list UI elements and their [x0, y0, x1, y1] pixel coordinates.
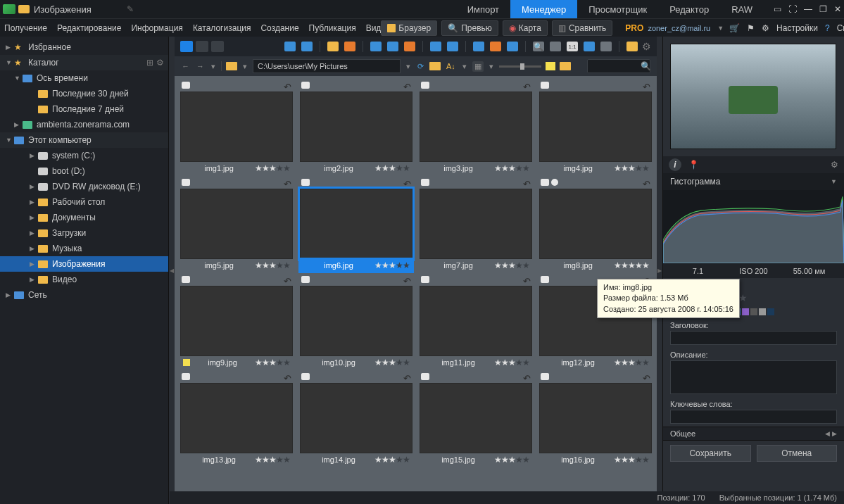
tree-downloads[interactable]: ▶Загрузки: [0, 225, 168, 241]
section-general[interactable]: Общее◀ ▶: [663, 427, 844, 441]
thumbnail-rating[interactable]: ★★★★★: [255, 260, 290, 270]
zoom-in-icon[interactable]: 🔍: [533, 42, 544, 51]
tab-raw[interactable]: RAW: [720, 0, 764, 18]
thumbnail-rating[interactable]: ★★★★★: [374, 163, 410, 173]
add-icon[interactable]: ⊞: [146, 58, 153, 68]
save-button[interactable]: Сохранить: [670, 445, 751, 462]
nav-history-icon[interactable]: ▾: [210, 62, 217, 71]
thumbnail-rating[interactable]: ★★★★★: [374, 260, 410, 270]
zoom-fit-icon[interactable]: [584, 42, 595, 51]
help-link[interactable]: Справка: [837, 23, 844, 33]
tool-copy-icon[interactable]: [301, 42, 313, 51]
settings-link[interactable]: Настройки: [776, 23, 818, 33]
color-swatch[interactable]: [759, 308, 766, 315]
toolbar-gear-icon[interactable]: ⚙: [642, 41, 651, 52]
thumbnail-rating[interactable]: ★★★★★: [255, 163, 290, 173]
menu-edit[interactable]: Редактирование: [57, 23, 121, 33]
mode-compare[interactable]: ▥Сравнить: [552, 20, 612, 36]
menu-info[interactable]: Информация: [131, 23, 182, 33]
thumbnail[interactable]: ↶img9.jpg★★★★★: [180, 276, 293, 369]
histogram-dropdown-icon[interactable]: ▼: [831, 178, 837, 185]
pencil-icon[interactable]: ✎: [127, 4, 134, 14]
thumbnail-rating[interactable]: ★★★★★: [255, 455, 290, 465]
thumbnail-rating[interactable]: ★★★★★: [614, 358, 649, 367]
thumbnail-image[interactable]: [539, 383, 652, 453]
path-dropdown-icon[interactable]: ▾: [405, 62, 412, 71]
sort-icon[interactable]: A↓: [445, 62, 457, 70]
search-icon[interactable]: 🔍: [641, 61, 651, 71]
thumbnail-rating[interactable]: ★★★★★: [614, 163, 649, 173]
close-button[interactable]: ✕: [834, 4, 841, 14]
sort-dropdown-icon[interactable]: ▾: [461, 62, 468, 71]
cancel-button[interactable]: Отмена: [757, 445, 838, 462]
thumbnail-image[interactable]: [300, 383, 412, 453]
keywords-input[interactable]: [670, 410, 837, 424]
histogram-header[interactable]: Гистограмма ▼: [663, 173, 844, 190]
info-gear-icon[interactable]: ⚙: [831, 160, 838, 170]
zoom-100-icon[interactable]: 1:1: [567, 42, 578, 51]
account-dropdown-icon[interactable]: ▼: [717, 25, 724, 32]
thumbnail-image[interactable]: [539, 92, 652, 162]
thumbnail-image[interactable]: [539, 189, 652, 259]
thumbnail[interactable]: ↶img6.jpg★★★★★: [300, 179, 412, 272]
cart-icon[interactable]: 🛒: [729, 23, 740, 33]
menu-view[interactable]: Вид: [366, 23, 382, 33]
tool-rotate-left-icon[interactable]: [430, 42, 441, 51]
nav-back-icon[interactable]: ←: [180, 62, 191, 70]
tool-rotate-right-icon[interactable]: [447, 42, 458, 51]
thumbnail-image[interactable]: [180, 92, 293, 162]
maximize-button[interactable]: ❐: [819, 4, 827, 14]
minimize-button[interactable]: —: [804, 4, 812, 14]
thumbnail-rating[interactable]: ★★★★★: [374, 358, 410, 367]
thumbnail-image[interactable]: [300, 286, 412, 356]
tree-systemc[interactable]: ▶system (C:): [0, 148, 168, 163]
thumbnail-image[interactable]: [180, 383, 293, 453]
thumbnail[interactable]: ↶img3.jpg★★★★★: [420, 82, 532, 175]
thumbnail-image[interactable]: [180, 189, 293, 259]
menu-create[interactable]: Создание: [260, 23, 298, 33]
grid-dropdown-icon[interactable]: ▾: [488, 62, 495, 71]
thumbnail[interactable]: ↶img15.jpg★★★★★: [420, 373, 532, 466]
rss-icon[interactable]: ⚑: [747, 23, 755, 33]
title-input[interactable]: [670, 331, 837, 345]
mode-map[interactable]: ◉Карта: [503, 20, 548, 36]
tree-catalog[interactable]: ▼★Каталог⊞⚙: [0, 55, 168, 70]
account-email[interactable]: zoner_cz@mail.ru: [648, 24, 710, 32]
sidebar-collapse-handle[interactable]: ◀: [169, 37, 175, 504]
tree-favorites[interactable]: ▶★Избранное: [0, 39, 168, 55]
menu-publish[interactable]: Публикация: [309, 23, 356, 33]
nav-forward-icon[interactable]: →: [195, 62, 206, 70]
tool-print-icon[interactable]: [327, 42, 339, 51]
menu-acquire[interactable]: Получение: [4, 23, 47, 33]
monitor-icon[interactable]: ▭: [774, 4, 781, 14]
thumbnail-image[interactable]: [420, 286, 532, 356]
info-tab-exif[interactable]: i: [669, 158, 681, 171]
thumbnail[interactable]: ↶img13.jpg★★★★★: [180, 373, 293, 466]
nav-up-icon[interactable]: ▾: [241, 62, 248, 71]
tree-bootd[interactable]: boot (D:): [0, 163, 168, 179]
zoom-out-icon[interactable]: [550, 42, 561, 51]
tool-unstack-icon[interactable]: [387, 42, 398, 51]
thumbnail-rating[interactable]: ★★★★★: [494, 163, 529, 173]
tree-desktop[interactable]: ▶Рабочий стол: [0, 194, 168, 210]
thumbnail-rating[interactable]: ★★★★★: [374, 455, 410, 465]
tree-network[interactable]: ▶Сеть: [0, 287, 168, 303]
tool-mail-icon[interactable]: [344, 42, 355, 51]
thumbnail-image[interactable]: [420, 92, 532, 162]
thumbnail-image[interactable]: [300, 92, 412, 162]
color-swatch[interactable]: [750, 308, 757, 315]
tree-thispc[interactable]: ▼Этот компьютер: [0, 132, 168, 148]
thumbnail[interactable]: ↶img4.jpg★★★★★: [539, 82, 652, 175]
flag-filter-icon[interactable]: [546, 62, 555, 70]
thumbnail-image[interactable]: [180, 286, 293, 356]
grid-icon[interactable]: ▦: [472, 61, 484, 72]
tree-dvd[interactable]: ▶DVD RW дисковод (E:): [0, 179, 168, 194]
star-folder-icon[interactable]: [429, 62, 441, 70]
tool-stack-icon[interactable]: [370, 42, 382, 51]
tree-last7[interactable]: Последние 7 дней: [0, 101, 168, 117]
gear-icon[interactable]: ⚙: [156, 58, 164, 68]
tree-zonerama[interactable]: ▶ambienta.zonerama.com: [0, 117, 168, 132]
path-input[interactable]: [253, 59, 401, 73]
view-list-button[interactable]: [196, 41, 208, 52]
menu-catalog[interactable]: Каталогизация: [193, 23, 251, 33]
